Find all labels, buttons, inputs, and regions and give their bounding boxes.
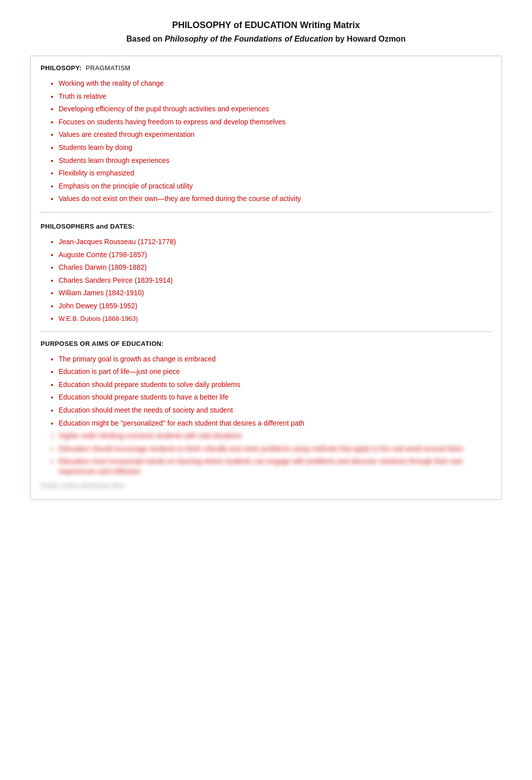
philosopher-list-item: Charles Sanders Peirce (1839-1914) [59, 276, 491, 286]
philosophers-header: PHILOSOPHERS and DATES: [41, 223, 491, 230]
page-title: PHILOSOPHY of EDUCATION Writing Matrix [30, 20, 502, 31]
philosopher-list-item: Auguste Comte (1798-1857) [59, 250, 491, 260]
philosopher-list-item: Charles Darwin (1809-1882) [59, 263, 491, 273]
philosopher-list-item: William James (1842-1910) [59, 288, 491, 298]
philosophy-list-item: Values do not exist on their own—they ar… [59, 194, 491, 204]
philosopher-list-item: Jean-Jacques Rousseau (1712-1778) [59, 237, 491, 247]
philosophy-list-item: Values are created through experimentati… [59, 130, 491, 140]
philosophy-list-item: Developing efficiency of the pupil throu… [59, 104, 491, 114]
subtitle-prefix: Based on [126, 35, 164, 43]
philosopher-list-item: W.E.B. Dubois (1868-1963) [59, 314, 491, 323]
purpose-list-item: Education should prepare students to sol… [59, 380, 491, 390]
purposes-section: PURPOSES OR AIMS OF EDUCATION: The prima… [41, 340, 491, 489]
purposes-blurred-list: Higher order thinking connects students … [41, 431, 491, 476]
philosophy-list-item: Students learn by doing [59, 143, 491, 153]
subtitle-suffix: by Howard Ozmon [333, 35, 406, 43]
philosophy-list-item: Working with the reality of change [59, 79, 491, 89]
divider-2 [41, 331, 491, 332]
subtitle-italic: Philosophy of the Foundations of Educati… [165, 35, 333, 43]
purpose-list-item: Education should prepare students to hav… [59, 393, 491, 403]
page-subtitle: Based on Philosophy of the Foundations o… [30, 35, 502, 44]
philosophy-label: PHILOSOPY: [41, 64, 82, 72]
philosophy-header: PHILOSOPY: PRAGMATISM [41, 64, 491, 72]
blurred-list-item-2: Education should encourage students to t… [59, 444, 491, 454]
philosophy-list-item: Truth is relative [59, 92, 491, 102]
philosophers-list: Jean-Jacques Rousseau (1712-1778)Auguste… [41, 237, 491, 323]
philosophy-list-item: Emphasis on the principle of practical u… [59, 181, 491, 191]
purpose-list-item: Education should meet the needs of socie… [59, 406, 491, 416]
purpose-list-item: Education is part of life—just one piece [59, 367, 491, 377]
philosophy-list: Working with the reality of changeTruth … [41, 79, 491, 204]
philosophy-list-item: Focuses on students having freedom to ex… [59, 117, 491, 127]
purpose-list-item: Education might be "personalized" for ea… [59, 419, 491, 429]
purposes-header: PURPOSES OR AIMS OF EDUCATION: [41, 340, 491, 347]
philosophy-section: PHILOSOPY: PRAGMATISM Working with the r… [41, 64, 491, 204]
philosophy-value: PRAGMATISM [86, 64, 130, 72]
purpose-list-item: The primary goal is growth as change is … [59, 354, 491, 364]
philosopher-list-item: John Dewey (1859-1952) [59, 301, 491, 311]
main-content-box: PHILOSOPY: PRAGMATISM Working with the r… [30, 56, 502, 500]
purposes-list: The primary goal is growth as change is … [41, 354, 491, 429]
philosophers-section: PHILOSOPHERS and DATES: Jean-Jacques Rou… [41, 223, 491, 323]
blurred-list-item-1: Higher order thinking connects students … [59, 431, 491, 441]
divider-1 [41, 212, 491, 213]
philosophy-list-item: Students learn through experiences [59, 156, 491, 166]
blurred-footer: Footer notes references here [41, 482, 491, 489]
philosophy-list-item: Flexibility is emphasized [59, 168, 491, 178]
blurred-list-item-3: Education must incorporate hands-on lear… [59, 457, 491, 476]
